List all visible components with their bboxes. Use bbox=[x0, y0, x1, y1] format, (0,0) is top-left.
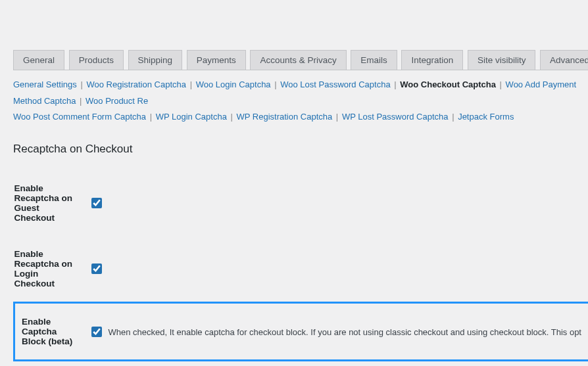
label-pay-for-order: Enable Recaptcha on Pay For Order bbox=[14, 361, 82, 366]
tab-advanced[interactable]: Advanced bbox=[540, 50, 588, 70]
tab-products[interactable]: Products bbox=[69, 50, 124, 70]
subnav-woo-product-review[interactable]: Woo Product Re bbox=[86, 96, 148, 106]
tab-emails[interactable]: Emails bbox=[351, 50, 397, 70]
subnav-jetpack-forms[interactable]: Jetpack Forms bbox=[458, 112, 514, 122]
section-title: Recaptcha on Checkout bbox=[13, 143, 588, 156]
checkbox-guest-checkout[interactable] bbox=[91, 198, 102, 208]
subnav-woo-registration[interactable]: Woo Registration Captcha bbox=[86, 80, 186, 89]
tab-integration[interactable]: Integration bbox=[401, 50, 463, 70]
subnav-woo-checkout[interactable]: Woo Checkout Captcha bbox=[400, 80, 496, 89]
label-captcha-block: Enable Captcha Block (beta) bbox=[14, 303, 82, 361]
subnav-wp-login[interactable]: WP Login Captcha bbox=[156, 112, 227, 122]
tab-site-visibility[interactable]: Site visibility bbox=[468, 50, 536, 70]
label-guest-checkout: Enable Recaptcha on Guest Checkout bbox=[14, 170, 82, 236]
settings-form: Enable Recaptcha on Guest Checkout Enabl… bbox=[13, 170, 588, 366]
checkbox-login-checkout[interactable] bbox=[91, 263, 102, 274]
subnav-woo-lost-password[interactable]: Woo Lost Password Captcha bbox=[280, 80, 390, 89]
subnav: General Settings | Woo Registration Capt… bbox=[13, 70, 588, 131]
label-login-checkout: Enable Recaptcha on Login Checkout bbox=[14, 236, 82, 303]
settings-tabs: General Products Shipping Payments Accou… bbox=[13, 0, 588, 70]
subnav-wp-lost-password[interactable]: WP Lost Password Captcha bbox=[342, 112, 449, 122]
checkbox-captcha-block[interactable] bbox=[91, 327, 102, 337]
subnav-woo-post-comment[interactable]: Woo Post Comment Form Captcha bbox=[13, 112, 146, 122]
tab-general[interactable]: General bbox=[13, 50, 64, 70]
subnav-woo-login[interactable]: Woo Login Captcha bbox=[196, 80, 271, 89]
tab-payments[interactable]: Payments bbox=[187, 50, 246, 70]
tab-shipping[interactable]: Shipping bbox=[128, 50, 183, 70]
desc-captcha-block: When checked, It enable captcha for chec… bbox=[108, 327, 581, 336]
subnav-wp-registration[interactable]: WP Registration Captcha bbox=[237, 112, 333, 122]
subnav-general-settings[interactable]: General Settings bbox=[13, 80, 77, 89]
tab-accounts-privacy[interactable]: Accounts & Privacy bbox=[250, 50, 346, 70]
